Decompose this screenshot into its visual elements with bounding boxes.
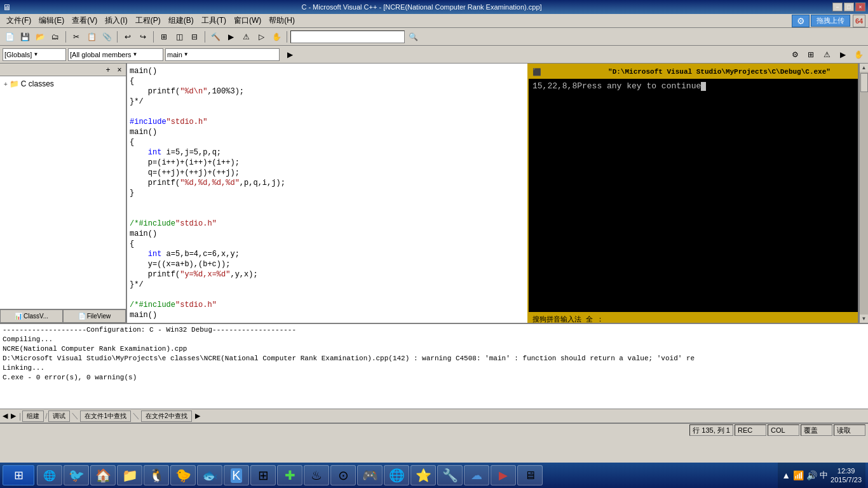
tab-find1[interactable]: 在文件1中查找 (80, 410, 131, 422)
output-line: NCRE(National Computer Rank Examination)… (3, 344, 865, 354)
menu-insert[interactable]: 插入(I) (101, 14, 131, 27)
redo-button[interactable]: ↪ (136, 30, 150, 44)
taskbar: ⊞ 🌐 🐦 🏠 📁 🐧 🐤 🐟 K ⊞ ✚ ♨ ⊙ 🎮 🌐 ⭐ 🔧 ☁ ▶ 🖥 … (0, 463, 868, 488)
build4-button[interactable]: ▷ (254, 30, 268, 44)
taskbar-app[interactable]: 🐧 (144, 465, 169, 485)
panel-expand-btn[interactable]: + (103, 65, 113, 75)
taskbar-app[interactable]: ⭐ (410, 465, 436, 485)
separator: ＼ (71, 410, 79, 421)
tab-classview[interactable]: 📊 ClassV... (0, 309, 63, 323)
menu-file[interactable]: 文件(F) (3, 14, 35, 27)
menu-edit[interactable]: 编辑(E) (35, 14, 68, 27)
bottom-nav-prev[interactable]: ◀ (3, 412, 8, 420)
members-arrow: ▼ (133, 51, 138, 57)
app-icon: ✚ (285, 468, 295, 483)
menu-build[interactable]: 组建(B) (165, 14, 198, 27)
save2-button[interactable]: 📂 (33, 30, 47, 44)
scroll-up-arrow[interactable]: ▲ (860, 64, 868, 72)
code-editor[interactable]: main() { printf("%d\n",100%3); }*/ #incl… (127, 64, 859, 323)
menu-help[interactable]: 帮助(H) (265, 14, 299, 27)
close-x-button[interactable]: 64 (853, 15, 865, 27)
taskbar-right: ▲ 📶 🔊 中 12:39 2015/7/23 (778, 463, 865, 488)
taskbar-app[interactable]: 🎮 (357, 465, 383, 485)
save3-button[interactable]: 🗂 (48, 30, 62, 44)
build2-button[interactable]: ▶ (224, 30, 238, 44)
toolbar-extra5[interactable]: ✋ (851, 48, 865, 62)
left-panel-toolbar: + × (0, 64, 126, 76)
toolbar-extra3[interactable]: ⚠ (820, 48, 834, 62)
tree-item-classes[interactable]: + 📁 C classes (3, 79, 123, 89)
network-icon: 📶 (793, 470, 804, 480)
menu-project[interactable]: 工程(P) (132, 14, 165, 27)
toolbar-extra1[interactable]: ⚙ (788, 48, 802, 62)
build3-button[interactable]: ⚠ (239, 30, 253, 44)
undo-button[interactable]: ↩ (121, 30, 135, 44)
menu-view[interactable]: 查看(V) (68, 14, 101, 27)
taskbar-app[interactable]: ▶ (491, 465, 516, 485)
taskbar-app[interactable]: 🐟 (197, 465, 222, 485)
menu-tools[interactable]: 工具(T) (198, 14, 230, 27)
close-button[interactable]: × (855, 3, 865, 11)
taskbar-app[interactable]: ☁ (464, 465, 489, 485)
scroll-down-arrow[interactable]: ▼ (860, 315, 868, 323)
copy-button[interactable]: 📋 (85, 30, 98, 44)
upload-button[interactable]: 拖拽上传 (811, 15, 850, 27)
addon-icon: ⚙ (792, 15, 810, 27)
separator5 (287, 31, 287, 43)
editor-scrollbar[interactable]: ▲ ▼ (859, 64, 868, 323)
taskbar-app[interactable]: 📁 (117, 465, 142, 485)
members-dropdown[interactable]: [All global members ▼ (68, 48, 163, 61)
restore-button[interactable]: □ (844, 3, 854, 11)
app-icon: 🎮 (362, 468, 378, 483)
tab-fileview[interactable]: 📄 FileView (63, 309, 126, 323)
taskbar-app[interactable]: 🌐 (384, 465, 409, 485)
save-button[interactable]: 💾 (18, 30, 32, 44)
tab-find2[interactable]: 在文件2中查找 (141, 410, 192, 422)
panel-close-btn[interactable]: × (114, 65, 125, 75)
taskbar-app[interactable]: 🐤 (170, 465, 196, 485)
bottom-arrow-right[interactable]: ▶ (195, 412, 200, 420)
new-button[interactable]: 📄 (3, 30, 17, 44)
minimize-button[interactable]: − (832, 3, 843, 11)
taskbar-app[interactable]: ♨ (304, 465, 329, 485)
console-titlebar: ⬛ "D:\Microsoft Visual Studio\MyProjects… (529, 65, 859, 79)
view1-button[interactable]: ⊞ (157, 30, 171, 44)
taskbar-app[interactable]: 🖥 (517, 465, 543, 485)
find-button[interactable]: 🔍 (406, 30, 420, 44)
toolbar-extra4[interactable]: ▶ (836, 48, 850, 62)
taskbar-app[interactable]: 🔧 (437, 465, 463, 485)
menu-window[interactable]: 窗口(W) (230, 14, 265, 27)
app-icon: 🐧 (149, 468, 165, 483)
view3-button[interactable]: ⊟ (187, 30, 201, 44)
view2-button[interactable]: ◫ (172, 30, 186, 44)
app-icon: ⊙ (338, 468, 349, 483)
build1-button[interactable]: 🔨 (208, 30, 222, 44)
taskbar-app[interactable]: ✚ (277, 465, 302, 485)
console-title: "D:\Microsoft Visual Studio\MyProjects\C… (545, 68, 859, 76)
taskbar-app[interactable]: 🌐 (37, 465, 62, 485)
function-dropdown[interactable]: main ▼ (165, 48, 280, 61)
paste-button[interactable]: 📎 (100, 30, 114, 44)
globals-dropdown[interactable]: [Globals] ▼ (3, 48, 66, 61)
scroll-thumb[interactable] (860, 73, 868, 92)
taskbar-app[interactable]: ⊞ (250, 465, 276, 485)
taskbar-app[interactable]: ⊙ (330, 465, 356, 485)
tab-debug[interactable]: 调试 (48, 410, 70, 422)
debug-button[interactable]: ✋ (269, 30, 283, 44)
nav-btn[interactable]: ▶ (283, 48, 297, 62)
tab-build[interactable]: 组建 (22, 410, 44, 422)
taskbar-app[interactable]: 🏠 (90, 465, 116, 485)
status-rec: REC (735, 424, 766, 436)
globals-arrow: ▼ (33, 51, 38, 57)
bottom-nav-next[interactable]: ▶ (11, 412, 16, 420)
cursor (701, 82, 706, 91)
start-button[interactable]: ⊞ (3, 465, 34, 485)
search-input[interactable] (290, 30, 405, 43)
arrow-up-icon[interactable]: ▲ (782, 470, 790, 480)
cut-button[interactable]: ✂ (69, 30, 83, 44)
status-rowcol: 行 135, 列 1 (689, 424, 733, 436)
app-icon: 🌐 (389, 468, 405, 483)
taskbar-app[interactable]: 🐦 (64, 465, 89, 485)
taskbar-app[interactable]: K (224, 465, 249, 485)
toolbar-extra2[interactable]: ⊞ (804, 48, 818, 62)
